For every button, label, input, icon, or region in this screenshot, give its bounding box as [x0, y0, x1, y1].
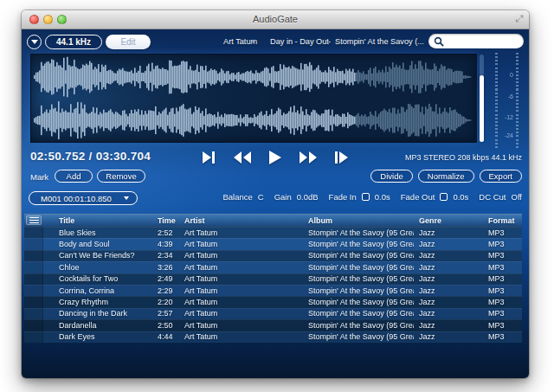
cell-genre: Jazz: [414, 332, 483, 341]
skip-end-button[interactable]: [203, 151, 216, 164]
menu-dropdown-button[interactable]: [27, 35, 42, 49]
step-forward-button[interactable]: [335, 151, 348, 164]
table-row[interactable]: Body and Soul 4:39 Art Tatum Stompin' At…: [24, 238, 522, 249]
play-icon: [269, 151, 281, 164]
sample-rate-selector[interactable]: 44.1 kHz: [45, 35, 102, 49]
cell-artist: Art Tatum: [179, 251, 303, 260]
cell-time: 3:26: [154, 263, 179, 272]
rewind-button[interactable]: [234, 151, 251, 164]
table-row[interactable]: Chloe 3:26 Art Tatum Stompin' At the Sav…: [24, 261, 522, 273]
slider-thumb[interactable]: [480, 75, 484, 142]
cell-artist: Art Tatum: [179, 228, 303, 237]
marker-select[interactable]: M001 00:01:10.850: [29, 191, 138, 205]
now-playing-title: Day in - Day Out: [270, 37, 329, 46]
cell-album: Stompin' At the Savoy (95 Great T...: [303, 298, 414, 306]
row-gutter: [24, 227, 43, 238]
search-icon: [434, 36, 444, 47]
cell-artist: Art Tatum: [179, 309, 303, 318]
hamburger-icon: [26, 215, 42, 225]
balance-value[interactable]: C: [258, 192, 264, 202]
table-row[interactable]: Dardanella 2:50 Art Tatum Stompin' At th…: [24, 319, 522, 331]
divide-button[interactable]: Divide: [370, 170, 412, 183]
cell-genre: Jazz: [414, 251, 483, 260]
fast-forward-button[interactable]: [300, 151, 317, 164]
fade-in-checkbox[interactable]: [362, 193, 370, 201]
table-row[interactable]: Blue Skies 2:52 Art Tatum Stompin' At th…: [24, 227, 522, 238]
normalize-button[interactable]: Normalize: [418, 170, 474, 183]
fade-in-label: Fade In: [329, 192, 357, 202]
cell-genre: Jazz: [414, 298, 483, 306]
cell-artist: Art Tatum: [179, 263, 303, 272]
cell-format: MP3: [483, 298, 522, 306]
main-content: 44.1 kHz Edit Art Tatum - Day in - Day O…: [22, 29, 529, 378]
cell-album: Stompin' At the Savoy (95 Great T...: [303, 251, 414, 260]
table-row[interactable]: Cocktails for Two 2:49 Art Tatum Stompin…: [24, 273, 522, 285]
cell-genre: Jazz: [414, 263, 483, 272]
marker-select-value: M001 00:01:10.850: [41, 194, 112, 203]
meter-scale-label: -6: [498, 93, 513, 100]
row-gutter: [24, 273, 43, 285]
row-gutter: [24, 238, 43, 249]
fast-forward-icon: [300, 151, 317, 164]
remove-mark-button[interactable]: Remove: [97, 170, 145, 183]
export-button[interactable]: Export: [480, 170, 522, 183]
edit-button[interactable]: Edit: [106, 35, 151, 49]
gain-label: Gain: [274, 192, 292, 202]
cell-format: MP3: [483, 286, 522, 295]
mark-label: Mark: [30, 172, 48, 182]
dc-cut-value[interactable]: Off: [512, 192, 523, 202]
column-header-genre[interactable]: Genre: [414, 216, 483, 225]
search-input[interactable]: [444, 35, 524, 47]
balance-label: Balance: [222, 192, 252, 202]
table-row[interactable]: Corrina, Corrina 2:29 Art Tatum Stompin'…: [24, 285, 522, 296]
cell-time: 2:34: [154, 251, 179, 260]
waveform-display[interactable]: [31, 55, 476, 142]
column-header-artist[interactable]: Artist: [179, 216, 303, 225]
titlebar[interactable]: AudioGate ⤢: [22, 10, 529, 29]
step-forward-icon: [335, 151, 348, 164]
waveform-zoom-slider[interactable]: [480, 55, 484, 142]
column-header-time[interactable]: Time: [154, 216, 179, 225]
fade-out-value[interactable]: 0.0s: [453, 192, 468, 202]
table-row[interactable]: Dark Eyes 4:44 Art Tatum Stompin' At the…: [24, 331, 522, 343]
cell-time: 2:57: [154, 309, 179, 318]
list-menu-button[interactable]: [24, 215, 43, 225]
table-row[interactable]: Dancing in the Dark 2:57 Art Tatum Stomp…: [24, 308, 522, 319]
column-header-title[interactable]: Title: [43, 216, 154, 225]
row-gutter: [24, 296, 43, 307]
cell-artist: Art Tatum: [179, 274, 303, 283]
skip-end-icon: [203, 151, 216, 164]
gain-value[interactable]: 0.0dB: [297, 192, 319, 202]
cell-format: MP3: [483, 263, 522, 272]
cell-genre: Jazz: [414, 228, 483, 237]
cell-format: MP3: [483, 228, 522, 237]
cell-format: MP3: [483, 309, 522, 318]
row-gutter: [24, 250, 43, 261]
app-window: AudioGate ⤢ 44.1 kHz Edit Art Tatum - Da…: [22, 10, 529, 378]
cell-genre: Jazz: [414, 274, 483, 283]
cell-time: 2:29: [154, 286, 179, 295]
table-row[interactable]: Crazy Rhythm 2:20 Art Tatum Stompin' At …: [24, 296, 522, 307]
column-header-album[interactable]: Album: [303, 216, 414, 225]
play-button[interactable]: [269, 151, 281, 164]
meter-scale-label: -24: [498, 132, 513, 138]
table-row[interactable]: Can't We Be Friends? 2:34 Art Tatum Stom…: [24, 250, 522, 261]
cell-time: 2:49: [154, 274, 179, 283]
column-header-format[interactable]: Format: [483, 216, 522, 225]
fade-in-value[interactable]: 0.0s: [375, 192, 390, 202]
cell-album: Stompin' At the Savoy (95 Great T...: [303, 332, 414, 341]
cell-title: Blue Skies: [43, 228, 154, 237]
cell-time: 2:50: [154, 321, 179, 330]
cell-format: MP3: [483, 321, 522, 330]
now-playing-separator2: -: [328, 37, 331, 46]
meter-scale-label: 0: [498, 72, 513, 78]
waveform-panel: [30, 54, 477, 143]
cell-title: Dark Eyes: [43, 332, 154, 341]
level-meter-right: [516, 53, 519, 150]
chevron-down-icon: [31, 40, 38, 44]
add-mark-button[interactable]: Add: [55, 170, 93, 183]
resize-icon[interactable]: ⤢: [515, 13, 523, 24]
fade-out-checkbox[interactable]: [440, 193, 448, 201]
row-gutter: [24, 319, 43, 331]
cell-format: MP3: [483, 274, 522, 283]
